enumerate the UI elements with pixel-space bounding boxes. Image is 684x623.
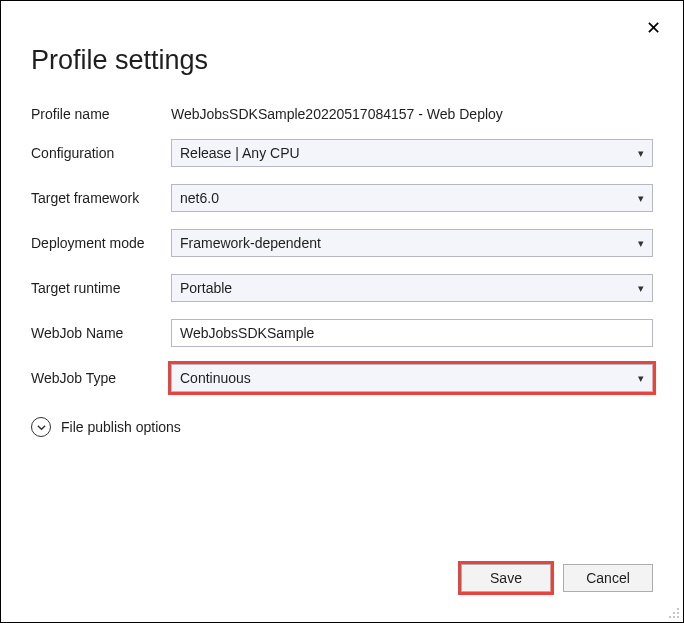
label-target-framework: Target framework <box>31 190 171 206</box>
expand-label: File publish options <box>61 419 181 435</box>
label-target-runtime: Target runtime <box>31 280 171 296</box>
svg-point-3 <box>669 616 671 618</box>
select-webjob-type[interactable]: Continuous <box>171 364 653 392</box>
select-configuration-value: Release | Any CPU <box>180 145 300 161</box>
svg-point-2 <box>677 612 679 614</box>
row-webjob-name: WebJob Name <box>31 319 653 347</box>
row-target-framework: Target framework net6.0 <box>31 184 653 212</box>
save-button[interactable]: Save <box>461 564 551 592</box>
row-webjob-type: WebJob Type Continuous <box>31 364 653 392</box>
label-configuration: Configuration <box>31 145 171 161</box>
page-title: Profile settings <box>1 1 683 76</box>
row-deployment-mode: Deployment mode Framework-dependent <box>31 229 653 257</box>
input-webjob-name[interactable] <box>171 319 653 347</box>
svg-point-5 <box>677 616 679 618</box>
row-target-runtime: Target runtime Portable <box>31 274 653 302</box>
label-profile-name: Profile name <box>31 106 171 122</box>
row-profile-name: Profile name WebJobsSDKSample20220517084… <box>31 106 653 122</box>
form-area: Profile name WebJobsSDKSample20220517084… <box>1 76 683 392</box>
svg-point-0 <box>677 608 679 610</box>
select-configuration[interactable]: Release | Any CPU <box>171 139 653 167</box>
label-webjob-type: WebJob Type <box>31 370 171 386</box>
label-webjob-name: WebJob Name <box>31 325 171 341</box>
cancel-button[interactable]: Cancel <box>563 564 653 592</box>
resize-grip-icon <box>666 605 680 619</box>
row-configuration: Configuration Release | Any CPU <box>31 139 653 167</box>
label-deployment-mode: Deployment mode <box>31 235 171 251</box>
expand-file-publish-options[interactable]: File publish options <box>1 409 683 437</box>
select-target-framework-value: net6.0 <box>180 190 219 206</box>
select-deployment-mode-value: Framework-dependent <box>180 235 321 251</box>
svg-point-4 <box>673 616 675 618</box>
chevron-down-icon <box>31 417 51 437</box>
svg-point-1 <box>673 612 675 614</box>
select-deployment-mode[interactable]: Framework-dependent <box>171 229 653 257</box>
select-target-framework[interactable]: net6.0 <box>171 184 653 212</box>
close-button[interactable]: ✕ <box>646 19 661 37</box>
select-target-runtime-value: Portable <box>180 280 232 296</box>
select-target-runtime[interactable]: Portable <box>171 274 653 302</box>
close-icon: ✕ <box>646 18 661 38</box>
value-profile-name: WebJobsSDKSample20220517084157 - Web Dep… <box>171 106 503 122</box>
select-webjob-type-value: Continuous <box>180 370 251 386</box>
footer: Save Cancel <box>461 564 653 592</box>
